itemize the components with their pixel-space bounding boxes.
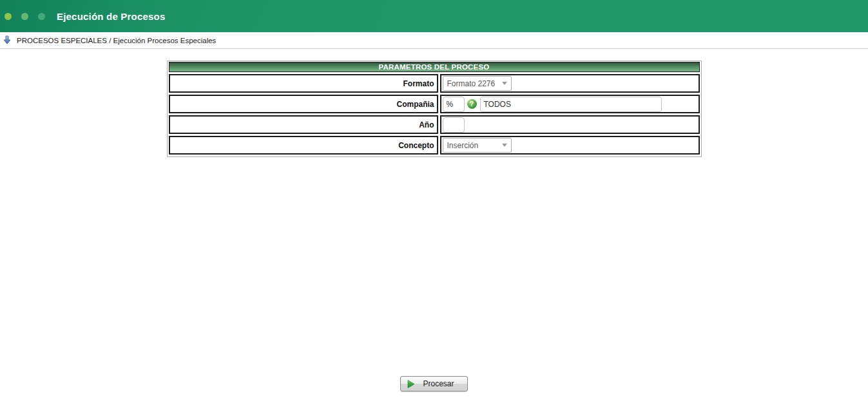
- formato-select-value: Formato 2276: [447, 79, 496, 88]
- concepto-select-value: Inserción: [447, 141, 479, 150]
- parameters-table: PARAMETROS DEL PROCESO Formato Formato 2…: [167, 61, 702, 157]
- down-arrow-icon[interactable]: [3, 35, 12, 45]
- table-row-anio: Año: [169, 115, 700, 134]
- compania-field-cell: ?: [440, 95, 700, 113]
- play-icon: [407, 380, 415, 388]
- concepto-select[interactable]: Inserción: [443, 138, 512, 153]
- concepto-label: Concepto: [169, 136, 438, 155]
- anio-field-cell: [440, 115, 700, 134]
- compania-name-input[interactable]: [480, 97, 662, 112]
- table-row-formato: Formato Formato 2276: [169, 74, 700, 93]
- header-dot-icon: [21, 13, 28, 20]
- process-button[interactable]: Procesar: [400, 376, 467, 391]
- header-dots: [5, 13, 45, 20]
- breadcrumb: PROCESOS ESPECIALES / Ejecución Procesos…: [17, 37, 216, 44]
- compania-label: Compañia: [169, 95, 438, 113]
- concepto-field-cell: Inserción: [440, 136, 700, 155]
- chevron-down-icon: [502, 82, 507, 85]
- compania-wildcard-input[interactable]: [443, 97, 465, 112]
- actions-bar: Procesar: [0, 376, 868, 391]
- breadcrumb-bar: PROCESOS ESPECIALES / Ejecución Procesos…: [0, 32, 868, 49]
- anio-label: Año: [169, 115, 438, 134]
- page-title: Ejecución de Procesos: [57, 11, 165, 22]
- header-dot-icon: [38, 13, 45, 20]
- app-header: Ejecución de Procesos: [0, 0, 868, 32]
- help-icon[interactable]: ?: [467, 99, 477, 109]
- parameters-table-title: PARAMETROS DEL PROCESO: [169, 62, 700, 72]
- table-row-concepto: Concepto Inserción: [169, 136, 700, 155]
- formato-select[interactable]: Formato 2276: [443, 76, 512, 91]
- formato-field-cell: Formato 2276: [440, 74, 700, 93]
- process-button-label: Procesar: [423, 379, 454, 388]
- table-row-compania: Compañia ?: [169, 95, 700, 113]
- anio-input[interactable]: [443, 117, 465, 133]
- chevron-down-icon: [502, 144, 507, 147]
- formato-label: Formato: [169, 74, 438, 93]
- header-dot-icon: [5, 13, 12, 20]
